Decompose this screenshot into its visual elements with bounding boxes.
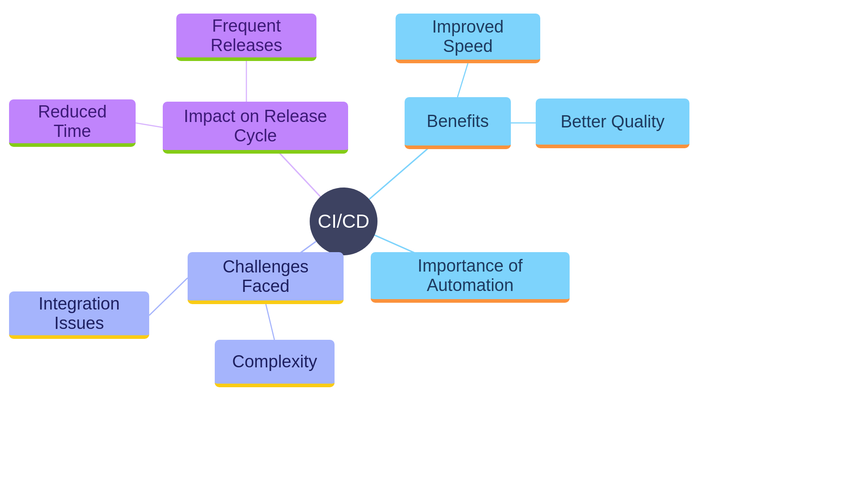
node-complexity[interactable]: Complexity	[215, 340, 335, 387]
frequent-releases-label: Frequent Releases	[189, 16, 304, 55]
reduced-time-label: Reduced Time	[22, 102, 123, 141]
node-frequent-releases[interactable]: Frequent Releases	[176, 14, 316, 61]
center-node[interactable]: CI/CD	[310, 188, 377, 255]
challenges-label: Challenges Faced	[200, 257, 331, 296]
node-challenges[interactable]: Challenges Faced	[188, 252, 344, 304]
node-integration[interactable]: Integration Issues	[9, 291, 149, 339]
node-improved-speed[interactable]: Improved Speed	[396, 14, 540, 63]
improved-speed-label: Improved Speed	[408, 17, 528, 56]
svg-line-7	[149, 278, 188, 315]
impact-release-label: Impact on Release Cycle	[175, 107, 335, 145]
integration-label: Integration Issues	[22, 294, 137, 333]
svg-line-4	[458, 63, 468, 97]
center-label: CI/CD	[318, 211, 369, 232]
node-reduced-time[interactable]: Reduced Time	[9, 99, 136, 147]
svg-line-2	[136, 123, 163, 127]
node-impact-release[interactable]: Impact on Release Cycle	[163, 102, 348, 154]
automation-label: Importance of Automation	[383, 256, 557, 295]
better-quality-label: Better Quality	[561, 112, 665, 131]
benefits-label: Benefits	[427, 112, 489, 131]
node-benefits[interactable]: Benefits	[405, 97, 511, 149]
node-automation[interactable]: Importance of Automation	[371, 252, 570, 303]
complexity-label: Complexity	[232, 352, 317, 371]
node-better-quality[interactable]: Better Quality	[536, 99, 689, 148]
svg-line-8	[266, 304, 274, 340]
